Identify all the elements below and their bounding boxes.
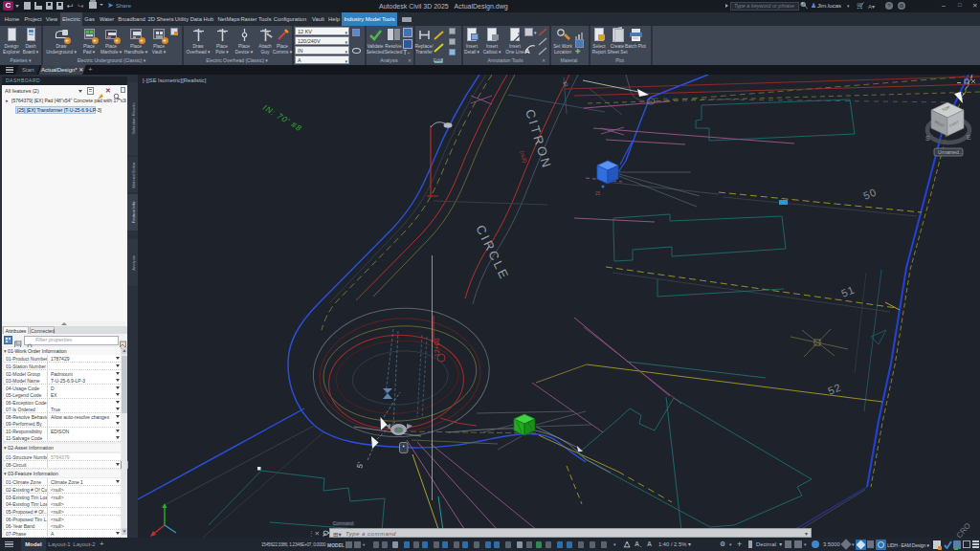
- svg-text:12+00: 12+00: [434, 338, 440, 357]
- svg-text:25: 25: [595, 191, 601, 196]
- svg-text:S: S: [925, 135, 930, 142]
- svg-text:Unnamed...: Unnamed...: [938, 149, 963, 155]
- svg-text:E: E: [967, 134, 971, 141]
- svg-text:[-][SE Isometric][Realistic]: [-][SE Isometric][Realistic]: [143, 77, 207, 83]
